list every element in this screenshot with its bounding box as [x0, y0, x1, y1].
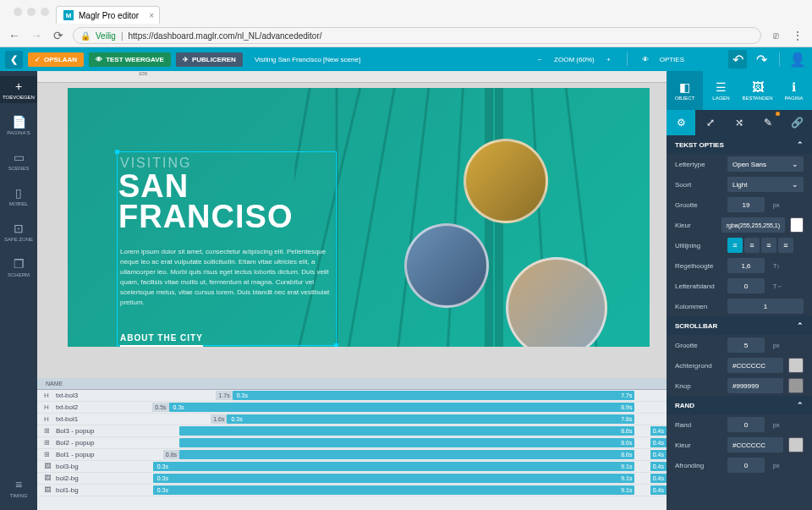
zoom-controls: − ZOOM (60%) + 👁 OPTIES — [530, 50, 684, 69]
sidebar-label: SCHERM — [8, 272, 30, 277]
sidebar-screen[interactable]: ❐SCHERM — [0, 254, 37, 281]
timeline-row[interactable]: ⊞Bol1 - popup0.8s8.6s0.4s — [37, 449, 667, 461]
size-label: Grootte — [675, 201, 722, 209]
timeline-row[interactable]: Htxt-bol20.5s0.3s8.9s — [37, 402, 667, 414]
sb-size-label: Grootte — [675, 342, 722, 349]
link-icon[interactable]: 🔗 — [783, 110, 812, 135]
timeline-header: NAME — [37, 378, 667, 390]
cast-icon[interactable]: ⎚ — [768, 30, 783, 41]
section-border-header[interactable]: RAND⌃ — [667, 396, 812, 414]
border-color-swatch[interactable] — [788, 437, 804, 452]
color-swatch[interactable] — [790, 217, 804, 233]
canvas-body-text[interactable]: Lorem ipsum dolor sit amet, consectetur … — [120, 247, 332, 308]
align-right[interactable]: ≡ — [761, 238, 776, 253]
heading-line2: FRANCISO — [118, 201, 293, 232]
redo-icon[interactable]: ↷ — [752, 50, 771, 69]
preview-button[interactable]: 👁 TEST WEERGAVE — [89, 52, 171, 67]
tab-page[interactable]: ℹPAGINA — [776, 71, 812, 110]
object-icon: ◧ — [679, 80, 690, 94]
sidebar-timing[interactable]: ≡TIMING — [0, 474, 37, 502]
chevron-down-icon: ⌄ — [792, 180, 798, 189]
color-input[interactable]: rgba(255,255,255,1) — [721, 217, 785, 233]
publish-button[interactable]: ✈ PUBLICEREN — [176, 52, 243, 67]
border-label: Rand — [675, 421, 722, 429]
nav-reload-icon[interactable]: ⟳ — [51, 29, 66, 42]
timeline-row[interactable]: ⊞Bol3 - popup8.6s0.4s — [37, 425, 667, 437]
transform-icon[interactable]: ⤢ — [695, 110, 724, 135]
chevron-up-icon: ⌃ — [797, 321, 804, 330]
canvas-heading[interactable]: SAN FRANCISO — [118, 171, 293, 232]
nav-back-icon[interactable]: ← — [7, 29, 22, 42]
align-left[interactable]: ≡ — [727, 238, 743, 253]
circle-image-2[interactable] — [404, 223, 489, 308]
canvas[interactable]: VISITING SAN FRANCISO Lorem ipsum dolor … — [68, 88, 650, 347]
size-input[interactable] — [727, 197, 765, 212]
edit-icon[interactable]: ✎ — [754, 110, 782, 135]
shuffle-icon[interactable]: ⤭ — [725, 110, 754, 135]
timeline-row[interactable]: 🖼bol1-bg0.3s9.1s0.4s — [37, 485, 667, 496]
main-layout: +TOEVOEGEN 📄PAGINA'S ▭SCENES ▯MOBIEL ⊡SA… — [0, 71, 812, 510]
mobile-icon: ▯ — [15, 186, 22, 200]
undo-icon[interactable]: ↶ — [728, 50, 747, 69]
border-color-input[interactable]: #CCCCCC — [727, 437, 783, 452]
preview-label: TEST WEERGAVE — [106, 56, 164, 63]
radius-label: Afronding — [675, 462, 722, 469]
sidebar-scenes[interactable]: ▭SCENES — [0, 147, 37, 174]
columns-input[interactable] — [727, 299, 804, 314]
align-justify[interactable]: ≡ — [778, 238, 793, 253]
sidebar-pages[interactable]: 📄PAGINA'S — [0, 112, 37, 139]
sb-bg-input[interactable]: #CCCCCC — [727, 358, 783, 373]
timeline-row[interactable]: 🖼bol2-bg0.3s9.1s0.4s — [37, 473, 667, 485]
maximize-window[interactable] — [41, 8, 49, 16]
tab-files[interactable]: 🖼BESTANDEN — [739, 71, 776, 110]
sidebar-add[interactable]: +TOEVOEGEN — [0, 76, 37, 103]
settings-icon[interactable]: ⚙ — [667, 110, 695, 135]
sb-knob-input[interactable]: #999999 — [727, 378, 783, 393]
zoom-label: ZOOM (60%) — [554, 56, 595, 63]
timeline-row[interactable]: Htxt-bol11.6s0.3s7.8s — [37, 414, 667, 425]
lineheight-input[interactable] — [727, 258, 765, 273]
sidebar-safezone[interactable]: ⊡SAFE ZONE — [0, 218, 37, 245]
timeline-row[interactable]: Htxt-bol31.7s0.3s7.7s — [37, 390, 667, 402]
browser-tab[interactable]: M Maglr Pro editor × — [56, 6, 160, 24]
user-icon[interactable]: 👤 — [788, 50, 807, 69]
section-scrollbar-header[interactable]: SCROLLBAR⌃ — [667, 316, 812, 335]
tab-object[interactable]: ◧OBJECT — [667, 71, 703, 110]
zoom-out-icon[interactable]: − — [530, 50, 549, 69]
options-label[interactable]: OPTIES — [660, 56, 684, 63]
sb-size-unit: px — [773, 343, 783, 348]
favicon: M — [63, 10, 74, 20]
sb-knob-swatch[interactable] — [788, 378, 804, 393]
screen-icon: ❐ — [14, 257, 25, 271]
close-window[interactable] — [14, 8, 22, 16]
check-icon: ✓ — [35, 56, 41, 63]
minimize-window[interactable] — [27, 8, 36, 16]
menu-icon[interactable]: ⋮ — [790, 29, 805, 42]
tab-layers[interactable]: ☰LAGEN — [703, 71, 739, 110]
canvas-area[interactable]: VISITING SAN FRANCISO Lorem ipsum dolor … — [37, 83, 667, 378]
sb-size-input[interactable] — [727, 337, 765, 353]
section-text-header[interactable]: TEKST OPTIES⌃ — [667, 135, 812, 154]
radius-input[interactable] — [727, 458, 765, 473]
eye-icon[interactable]: 👁 — [636, 50, 655, 69]
publish-label: PUBLICEREN — [192, 56, 236, 63]
url-field[interactable]: 🔒 Veilig | https://dashboard.maglr.com/n… — [73, 27, 761, 44]
timeline-row[interactable]: 🖼bol3-bg0.3s9.1s0.4s — [37, 461, 667, 473]
nav-forward-icon[interactable]: → — [29, 29, 44, 42]
letterspacing-input[interactable] — [727, 278, 765, 293]
app-toolbar: ❮ ✓ OPSLAAN 👁 TEST WEERGAVE ✈ PUBLICEREN… — [0, 47, 812, 71]
font-label: Lettertype — [675, 161, 722, 168]
circle-image-1[interactable] — [464, 139, 548, 223]
zoom-in-icon[interactable]: + — [600, 50, 618, 69]
tab-close-icon[interactable]: × — [149, 11, 154, 20]
canvas-link[interactable]: ABOUT THE CITY — [120, 333, 203, 347]
border-input[interactable] — [727, 417, 765, 432]
timeline-row[interactable]: ⊞Bol2 - popup8.6s0.4s — [37, 437, 667, 449]
back-button[interactable]: ❮ — [5, 51, 23, 69]
sb-bg-swatch[interactable] — [788, 358, 804, 373]
sidebar-mobile[interactable]: ▯MOBIEL — [0, 183, 37, 210]
font-select[interactable]: Open Sans⌄ — [727, 156, 804, 172]
save-button[interactable]: ✓ OPSLAAN — [28, 52, 84, 67]
align-center[interactable]: ≡ — [744, 238, 760, 253]
weight-select[interactable]: Light⌄ — [727, 177, 804, 192]
